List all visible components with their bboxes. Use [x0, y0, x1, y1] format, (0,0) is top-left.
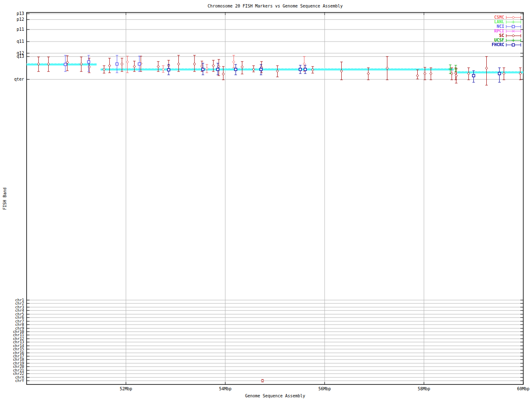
- legend-label-csmc: CSMC: [467, 15, 504, 20]
- square-marker-icon: [64, 63, 66, 66]
- square-marker-icon: [473, 74, 475, 77]
- diamond-marker-icon: [88, 66, 91, 68]
- diamond-marker-icon: [177, 63, 180, 65]
- square-marker-icon: [138, 63, 140, 65]
- square-marker-icon: [217, 68, 219, 71]
- square-marker-icon: [167, 69, 170, 71]
- diamond-marker-icon: [261, 379, 264, 382]
- legend-label-ucsf: UCSF: [467, 38, 504, 42]
- square-marker-icon: [116, 63, 118, 65]
- square-marker-icon: [260, 68, 262, 71]
- diamond-marker-icon: [367, 72, 369, 75]
- diamond-marker-icon: [157, 65, 160, 68]
- diamond-marker-icon: [193, 63, 196, 65]
- band-label-q11: q11: [0, 39, 24, 44]
- square-marker-icon: [512, 44, 515, 46]
- y-axis-title: FISH Band: [3, 187, 7, 210]
- plus-marker-icon: [512, 20, 515, 24]
- diamond-marker-icon: [232, 61, 235, 63]
- square-marker-icon: [299, 68, 301, 71]
- diamond-marker-icon: [454, 72, 457, 74]
- diamond-marker-icon: [126, 61, 129, 63]
- diamond-marker-icon: [133, 65, 135, 68]
- diamond-marker-icon: [512, 34, 515, 37]
- diamond-marker-icon: [485, 67, 488, 69]
- diamond-marker-icon: [241, 66, 244, 68]
- x-tick-label: 54Mbp: [213, 387, 238, 391]
- band-label-p11: p11: [0, 27, 24, 32]
- diamond-marker-icon: [430, 72, 432, 75]
- diamond-marker-icon: [212, 64, 214, 67]
- chrom-label-chrY: chrY: [0, 379, 24, 383]
- diamond-marker-icon: [512, 16, 515, 19]
- x-tick-label: 60Mbp: [511, 387, 532, 391]
- square-marker-icon: [498, 72, 501, 75]
- legend-label-rpci: RPCI: [467, 29, 504, 33]
- legend-label-lanl: LANL: [467, 20, 504, 24]
- square-marker-icon: [87, 61, 90, 63]
- x-axis-title: Genome Sequence Assembly: [109, 394, 441, 398]
- square-marker-icon: [234, 68, 237, 71]
- diamond-marker-icon: [416, 74, 419, 77]
- band-label-p13: p13: [0, 12, 24, 16]
- diamond-marker-icon: [455, 74, 458, 77]
- chart-canvas: Chromosome 20 FISH Markers vs Genome Seq…: [0, 0, 532, 399]
- diamond-marker-icon: [121, 63, 123, 65]
- band-label-qter: qter: [0, 77, 24, 81]
- x-tick-label: 58Mbp: [411, 387, 436, 391]
- legend-label-nci: NCI: [467, 25, 504, 29]
- band-label-p12: p12: [0, 17, 24, 22]
- square-marker-icon: [304, 68, 306, 71]
- diamond-marker-icon: [303, 63, 305, 65]
- square-marker-icon: [202, 68, 204, 71]
- diamond-marker-icon: [222, 73, 224, 75]
- legend-label-sc: SC: [467, 34, 504, 38]
- plot-area: [0, 0, 532, 399]
- square-marker-icon: [512, 25, 515, 28]
- diamond-marker-icon: [108, 64, 111, 67]
- band-label-q13: q13: [0, 54, 24, 59]
- legend-label-fhcrc: FHCRC: [467, 43, 504, 47]
- chart-title: Chromosome 20 FISH Markers vs Genome Seq…: [109, 4, 441, 8]
- x-tick-label: 56Mbp: [312, 387, 337, 391]
- x-tick-label: 52Mbp: [113, 387, 138, 391]
